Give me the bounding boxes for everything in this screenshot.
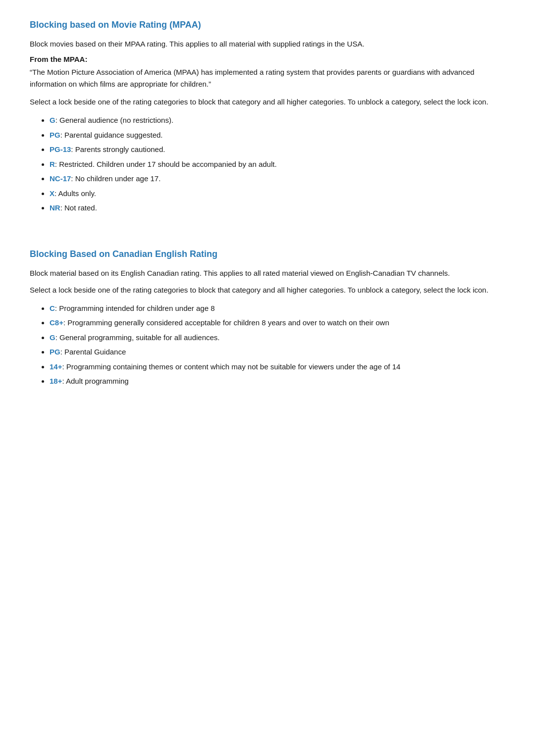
rating-desc-18plus: : Adult programming [62, 377, 128, 385]
rating-desc-pg: : Parental guidance suggested. [60, 131, 163, 139]
mpaa-section: Blocking based on Movie Rating (MPAA) Bl… [30, 20, 505, 214]
rating-code-14plus: 14+ [50, 362, 62, 371]
mpaa-ratings-list: G: General audience (no restrictions). P… [30, 114, 505, 214]
rating-desc-g: : General audience (no restrictions). [55, 116, 173, 124]
rating-code-c: C [50, 304, 55, 312]
rating-code-g-can: G [50, 333, 55, 342]
list-item: 14+: Programming containing themes or co… [50, 360, 505, 373]
list-item: G: General audience (no restrictions). [50, 114, 505, 127]
list-item: PG-13: Parents strongly cautioned. [50, 143, 505, 156]
mpaa-section-title: Blocking based on Movie Rating (MPAA) [30, 20, 505, 30]
section-divider [30, 234, 505, 249]
rating-desc-g-can: : General programming, suitable for all … [55, 333, 220, 342]
rating-code-18plus: 18+ [50, 377, 62, 385]
rating-desc-14plus: : Programming containing themes or conte… [62, 362, 400, 371]
rating-desc-c: : Programming intended for children unde… [55, 304, 215, 312]
list-item: PG: Parental Guidance [50, 346, 505, 358]
list-item: NR: Not rated. [50, 202, 505, 214]
list-item: 18+: Adult programming [50, 375, 505, 388]
mpaa-quote: “The Motion Picture Association of Ameri… [30, 66, 505, 90]
rating-desc-x: : Adults only. [54, 189, 96, 198]
list-item: R: Restricted. Children under 17 should … [50, 158, 505, 171]
rating-code-pg: PG [50, 131, 60, 139]
rating-code-c8plus: C8+ [50, 318, 63, 327]
rating-code-g: G [50, 116, 55, 124]
rating-code-nr: NR [50, 203, 60, 212]
rating-desc-c8plus: : Programming generally considered accep… [63, 318, 389, 327]
rating-code-r: R [50, 160, 55, 168]
list-item: X: Adults only. [50, 187, 505, 200]
list-item: C: Programming intended for children und… [50, 302, 505, 315]
rating-code-pg-can: PG [50, 348, 60, 356]
list-item: G: General programming, suitable for all… [50, 331, 505, 344]
canadian-section: Blocking Based on Canadian English Ratin… [30, 249, 505, 388]
rating-desc-pg13: : Parents strongly cautioned. [71, 145, 165, 153]
rating-desc-pg-can: : Parental Guidance [60, 348, 126, 356]
canadian-intro-text: Block material based on its English Cana… [30, 267, 505, 279]
rating-desc-nr: : Not rated. [60, 203, 97, 212]
mpaa-from-label: From the MPAA: [30, 55, 505, 63]
list-item: NC-17: No children under age 17. [50, 172, 505, 185]
list-item: PG: Parental guidance suggested. [50, 129, 505, 142]
list-item: C8+: Programming generally considered ac… [50, 316, 505, 329]
canadian-section-title: Blocking Based on Canadian English Ratin… [30, 249, 505, 259]
rating-desc-r: : Restricted. Children under 17 should b… [55, 160, 277, 168]
rating-code-x: X [50, 189, 54, 198]
canadian-instruction: Select a lock beside one of the rating c… [30, 284, 505, 296]
rating-desc-nc17: : No children under age 17. [71, 174, 160, 183]
rating-code-nc17: NC-17 [50, 174, 71, 183]
rating-code-pg13: PG-13 [50, 145, 71, 153]
canadian-ratings-list: C: Programming intended for children und… [30, 302, 505, 388]
mpaa-instruction: Select a lock beside one of the rating c… [30, 96, 505, 108]
mpaa-intro-text: Block movies based on their MPAA rating.… [30, 38, 505, 50]
